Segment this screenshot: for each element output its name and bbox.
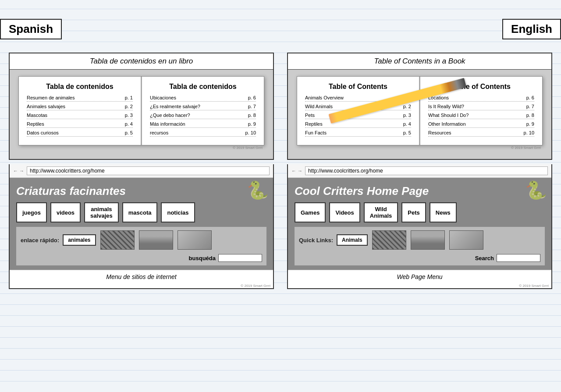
list-item: What Should I Do? p. 8 — [428, 113, 534, 119]
snake-icon-en: 🐍 — [525, 180, 547, 201]
list-item: Ubicaciones p. 6 — [150, 95, 256, 102]
spanish-page-right-title: Tabla de contenidos — [150, 83, 256, 91]
list-item: recursos p. 10 — [150, 130, 256, 137]
panels-container: Tabla de contenidos en un libro Tabla de… — [9, 53, 552, 289]
english-site-title: Cool Critters Home Page — [295, 184, 545, 198]
spanish-book-page-right: Tabla de contenidos Ubicaciones p. 6 ¿Es… — [142, 77, 264, 145]
nav-btn-news[interactable]: News — [430, 202, 457, 222]
spanish-panel: Tabla de contenidos en un libro Tabla de… — [9, 53, 274, 289]
nav-btn-noticias[interactable]: noticias — [161, 202, 195, 222]
english-label: English — [502, 19, 561, 39]
spanish-webpage-content: 🐍 Criaturas facinantes juegos videos ani… — [10, 178, 273, 270]
list-item: Mascotas p. 3 — [27, 113, 133, 119]
thumb-en-3 — [449, 230, 483, 250]
thumb-3 — [178, 230, 212, 250]
spanish-nav-buttons: juegos videos animalssalvajes mascota no… — [16, 202, 266, 222]
english-nav-buttons: Games Videos WildAnimals Pets News — [295, 202, 545, 222]
nav-btn-animals-salvajes[interactable]: animalssalvajes — [84, 202, 119, 222]
spanish-search-input[interactable] — [218, 254, 262, 262]
spanish-book-title: Tabla de contenidos en un libro — [10, 53, 273, 70]
list-item: ¿Que debo hacer? p. 8 — [150, 113, 256, 119]
list-item: Fun Facts p. 5 — [305, 130, 411, 137]
spanish-page-left-title: Tabla de contenidos — [27, 83, 133, 91]
browser-arrows: ← → — [13, 168, 24, 173]
english-webpage-section: ← → 🐍 Cool Critters Home Page Games Vide… — [287, 164, 552, 289]
copyright2: © 2019 Smart Grrrl — [10, 283, 273, 288]
spanish-webpage-footer: Menu de sitios de internet — [10, 270, 273, 283]
spanish-animals-btn[interactable]: animales — [63, 234, 96, 246]
browser-arrows-en: ← → — [291, 168, 302, 173]
copyright4: © 2019 Smart Grrrl — [288, 283, 551, 288]
english-book-inner: Table of Contents Animals Overview p. 1 … — [288, 70, 551, 159]
spanish-book-pages: Tabla de contenidos Resumen de animales … — [18, 76, 264, 145]
english-book-title: Table of Contents in a Book — [288, 53, 551, 70]
english-book-pages: Table of Contents Animals Overview p. 1 … — [297, 76, 543, 145]
list-item: ¿Es realmente salvaje? p. 7 — [150, 104, 256, 110]
copyright: © 2019 Smart Grrrl — [18, 145, 264, 150]
english-page-left-title: Table of Contents — [305, 83, 411, 91]
list-item: Animales salvajes p. 2 — [27, 104, 133, 110]
english-webpage-content: 🐍 Cool Critters Home Page Games Videos W… — [288, 178, 551, 270]
spanish-book-section: Tabla de contenidos en un libro Tabla de… — [9, 53, 274, 160]
thumb-1 — [100, 230, 135, 250]
nav-btn-games[interactable]: Games — [295, 202, 326, 222]
nav-btn-wild-animals[interactable]: WildAnimals — [364, 202, 398, 222]
list-item: Reptiles p. 4 — [27, 121, 133, 128]
spanish-label: Spanish — [0, 19, 62, 39]
english-search-label: Search — [475, 255, 494, 261]
english-webpage-footer: Web Page Menu — [288, 270, 551, 283]
spanish-url-bar: ← → — [10, 164, 273, 178]
list-item: Is It Really Wild? p. 7 — [428, 104, 534, 110]
list-item: Resources p. 10 — [428, 130, 534, 137]
list-item: Datos curiosos p. 5 — [27, 130, 133, 137]
thumb-en-1 — [372, 230, 406, 250]
spanish-quick-links-label: enlace rápido: — [21, 237, 59, 244]
snake-icon: 🐍 — [247, 180, 269, 201]
list-item: Resumen de animales p. 1 — [27, 95, 133, 102]
thumb-2 — [139, 230, 173, 250]
list-item: Más información p. 9 — [150, 121, 256, 128]
list-item: Reptiles p. 4 — [305, 121, 411, 128]
english-panel: Table of Contents in a Book Table of Con… — [287, 53, 552, 289]
thumb-en-2 — [411, 230, 445, 250]
list-item: Other Information p. 9 — [428, 121, 534, 128]
nav-btn-mascota[interactable]: mascota — [122, 202, 158, 222]
spanish-site-title: Criaturas facinantes — [16, 184, 266, 198]
english-url-bar: ← → — [288, 164, 551, 178]
nav-btn-videos-en[interactable]: Videos — [329, 202, 360, 222]
english-book-section: Table of Contents in a Book Table of Con… — [287, 53, 552, 160]
nav-btn-videos[interactable]: videos — [50, 202, 81, 222]
copyright3: © 2019 Smart Grrrl — [297, 145, 543, 150]
spanish-book-page-left: Tabla de contenidos Resumen de animales … — [19, 77, 142, 145]
nav-btn-pets[interactable]: Pets — [401, 202, 426, 222]
spanish-webpage-section: ← → 🐍 Criaturas facinantes juegos videos… — [9, 164, 274, 289]
spanish-search-label: busquéda — [189, 255, 216, 261]
english-search-input[interactable] — [497, 254, 540, 262]
english-quick-links-label: Quick Links: — [299, 237, 333, 244]
list-item: Locations p. 6 — [428, 95, 534, 102]
spanish-url-input[interactable] — [27, 166, 270, 175]
nav-btn-juegos[interactable]: juegos — [16, 202, 47, 222]
english-animals-btn[interactable]: Animals — [337, 234, 368, 246]
english-url-input[interactable] — [305, 166, 548, 175]
spanish-book-inner: Tabla de contenidos Resumen de animales … — [10, 70, 273, 159]
